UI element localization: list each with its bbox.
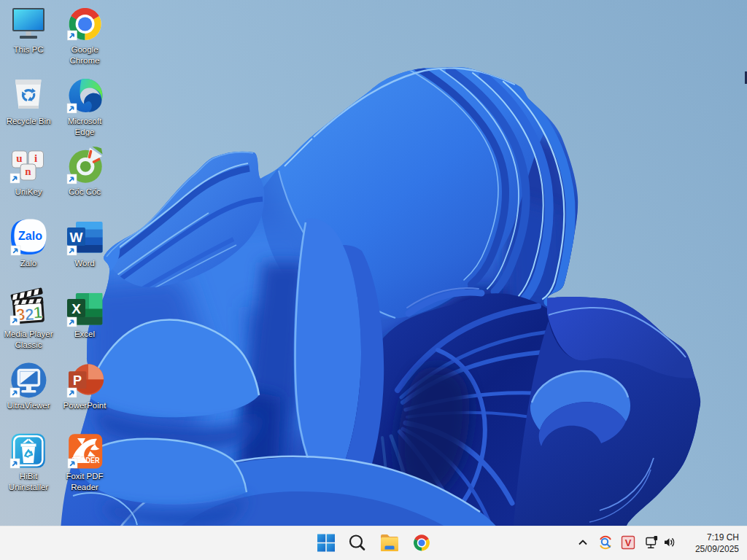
svg-text:W: W: [70, 230, 83, 245]
svg-text:u: u: [16, 152, 22, 164]
svg-text:i: i: [34, 152, 37, 164]
svg-text:P: P: [73, 373, 82, 388]
svg-text:V: V: [625, 537, 632, 548]
svg-text:X: X: [71, 301, 81, 316]
svg-text:n: n: [25, 166, 31, 177]
svg-text:Zalo: Zalo: [18, 230, 42, 242]
svg-text:1: 1: [33, 303, 43, 322]
